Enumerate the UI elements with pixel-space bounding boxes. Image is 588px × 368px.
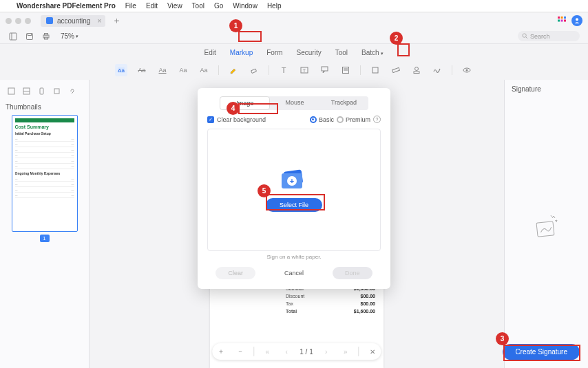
svg-line-15 (526, 37, 527, 39)
thumbs-view-icon[interactable] (7, 87, 15, 95)
document-tab[interactable]: accounting × (41, 15, 105, 27)
apps-grid-icon[interactable] (558, 17, 566, 25)
close-tab-icon[interactable]: × (98, 17, 102, 25)
attachments-icon[interactable] (67, 87, 76, 95)
panel-toggle-icon[interactable] (8, 32, 18, 41)
prev-page-button[interactable]: ‹ (280, 345, 293, 358)
svg-rect-12 (45, 33, 48, 35)
add-tab-button[interactable]: ＋ (112, 14, 121, 27)
mac-menubar: Wondershare PDFelement Pro File Edit Vie… (0, 0, 588, 12)
svg-rect-2 (564, 17, 566, 19)
svg-rect-26 (392, 67, 400, 72)
menu-edit[interactable]: Edit (146, 2, 158, 10)
callout-icon[interactable] (319, 64, 331, 76)
shape-rect-icon[interactable] (369, 64, 381, 76)
close-pager-button[interactable]: ✕ (366, 345, 379, 358)
check-icon: ✓ (207, 116, 214, 123)
page-thumbnail[interactable]: Cost Summary Initial Purchase Setup —— —… (12, 115, 78, 232)
svg-rect-35 (54, 89, 59, 94)
ribbon-tab-markup[interactable]: Markup (223, 46, 260, 59)
svg-rect-1 (561, 17, 563, 19)
redbox-signature-tool (397, 43, 410, 56)
svg-point-30 (466, 69, 468, 72)
svg-rect-5 (564, 20, 566, 22)
ribbon-tab-batch[interactable]: Batch ▾ (355, 46, 390, 59)
redbox-markup (238, 31, 262, 42)
ribbon-tabs: Edit Markup Form Security Tool Batch ▾ (0, 44, 588, 61)
caret-icon[interactable]: Aa (198, 64, 210, 76)
menu-file[interactable]: File (125, 2, 136, 10)
highlight-text-icon[interactable]: Aa (115, 64, 127, 76)
svg-rect-10 (28, 33, 32, 35)
premium-radio[interactable]: Premium (337, 116, 370, 123)
traffic-lights[interactable] (6, 18, 31, 24)
last-page-button[interactable]: » (339, 345, 352, 358)
tab-title: accounting (57, 17, 90, 25)
signature-panel: Signature (504, 80, 588, 368)
svg-point-14 (523, 34, 526, 37)
text-tool-icon[interactable]: T (277, 64, 290, 76)
basic-radio[interactable]: Basic (310, 116, 334, 123)
svg-text:T: T (303, 68, 306, 73)
search-icon (522, 33, 528, 39)
first-page-button[interactable]: « (261, 345, 273, 358)
signature-icon[interactable] (431, 64, 443, 76)
svg-rect-21 (322, 67, 328, 71)
redbox-select-file (266, 194, 325, 210)
highlighter-icon[interactable] (227, 64, 240, 76)
menu-view[interactable]: View (167, 2, 182, 10)
svg-rect-28 (414, 72, 419, 74)
menu-tool[interactable]: Tool (192, 2, 204, 10)
summary-table: Subtotal$1,600.00 Discount$00.00 Tax$00.… (218, 285, 375, 315)
hide-annotations-icon[interactable] (461, 64, 473, 76)
ribbon-tab-tool[interactable]: Tool (328, 46, 355, 59)
user-avatar[interactable] (571, 15, 582, 26)
underline-icon[interactable]: Aa (156, 64, 169, 76)
folder-plus-icon: + (282, 168, 306, 188)
zoom-out-button[interactable]: － (234, 345, 246, 358)
clear-button[interactable]: Clear (216, 267, 255, 279)
next-page-button[interactable]: › (320, 345, 333, 358)
svg-text:Aa: Aa (118, 67, 125, 74)
svg-rect-25 (372, 67, 378, 73)
thumbnail-page-number: 1 (40, 235, 50, 242)
save-icon[interactable] (25, 32, 34, 41)
thumbnails-title: Thumbnails (6, 103, 83, 111)
cancel-button[interactable]: Cancel (272, 267, 316, 279)
squiggly-icon[interactable]: Aa (177, 64, 189, 76)
menu-help[interactable]: Help (267, 2, 282, 10)
app-name: Wondershare PDFelement Pro (17, 2, 116, 10)
svg-point-27 (415, 67, 419, 71)
svg-rect-34 (40, 88, 43, 94)
zoom-select[interactable]: 75%▾ (61, 32, 78, 40)
clear-background-checkbox[interactable]: ✓ Clear background (207, 116, 266, 123)
strikethrough-icon[interactable]: Aa (136, 64, 148, 76)
redbox-image-tab (238, 103, 278, 114)
file-drop-area[interactable]: + Select File (207, 129, 381, 251)
print-icon[interactable] (41, 32, 51, 41)
layers-icon[interactable] (52, 87, 61, 95)
ribbon-tab-form[interactable]: Form (260, 46, 289, 59)
help-icon[interactable]: ? (373, 116, 381, 123)
measure-icon[interactable] (390, 64, 402, 76)
phone-view-icon[interactable] (37, 87, 45, 95)
menu-window[interactable]: Window (233, 2, 258, 10)
textbox-icon[interactable]: T (298, 64, 311, 76)
done-button[interactable]: Done (333, 267, 372, 279)
bookmarks-icon[interactable] (22, 87, 30, 95)
ribbon-tab-security[interactable]: Security (290, 46, 328, 59)
zoom-in-button[interactable]: ＋ (215, 345, 227, 358)
callout-1: 1 (229, 19, 242, 32)
tab-trackpad[interactable]: Trackpad (319, 96, 368, 110)
search-input[interactable]: Search (518, 31, 580, 41)
eraser-icon[interactable] (248, 64, 260, 76)
callout-4: 4 (227, 102, 240, 115)
window-tabbar: accounting × ＋ (0, 12, 588, 29)
note-icon[interactable] (339, 64, 352, 76)
ribbon-tab-edit[interactable]: Edit (198, 46, 223, 59)
menu-go[interactable]: Go (214, 2, 223, 10)
stamp-icon[interactable] (410, 64, 423, 76)
svg-rect-9 (27, 33, 33, 39)
signature-modal: Image Mouse Trackpad ✓ Clear background … (198, 88, 390, 289)
callout-5: 5 (258, 184, 271, 197)
